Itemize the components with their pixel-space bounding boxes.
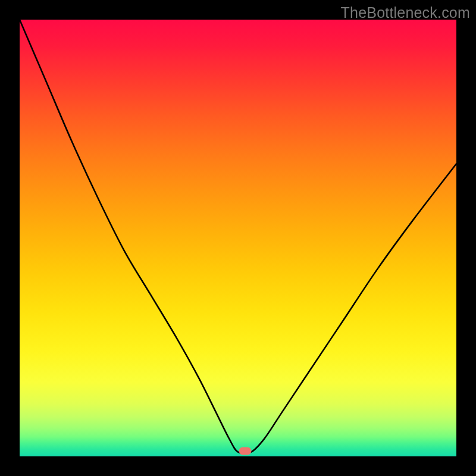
optimal-point-marker [239, 447, 251, 455]
plot-area [20, 20, 456, 456]
chart-frame: TheBottleneck.com [0, 0, 476, 476]
watermark-text: TheBottleneck.com [341, 4, 470, 21]
bottleneck-curve [20, 20, 456, 456]
